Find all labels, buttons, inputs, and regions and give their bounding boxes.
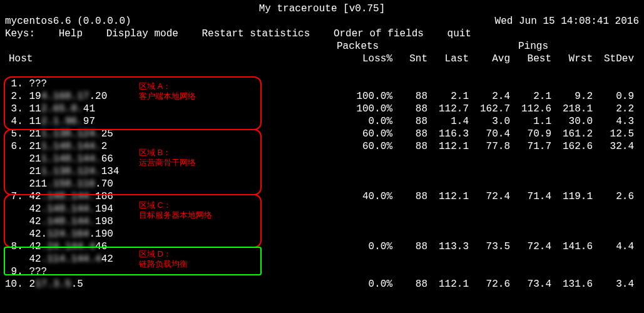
hop-cell: 211.148.144.66: [5, 153, 130, 165]
hop-row: 9. ???: [5, 265, 639, 278]
cell-stdev: 4.4: [593, 240, 634, 253]
cell-best: 112.6: [510, 103, 551, 115]
cell-loss: 100.0%: [349, 103, 392, 115]
menu-restart[interactable]: Restart statistics: [202, 28, 310, 39]
cell-loss: 60.0%: [349, 128, 392, 140]
cell-loss: 60.0%: [349, 140, 392, 153]
cell-best: 72.4: [510, 240, 551, 253]
cell-best: 71.4: [510, 190, 551, 203]
cell-loss: 0.0%: [349, 278, 392, 290]
cell-wrst: 218.1: [551, 103, 593, 115]
cell-snt: 88: [392, 240, 427, 253]
menu-help[interactable]: Help: [59, 28, 83, 39]
col-last: Last: [427, 53, 469, 65]
stats-cells: 100.0%88112.7162.7112.6218.12.2: [349, 103, 634, 115]
cell-snt: 88: [392, 128, 427, 140]
hop-row: 42.148.144.194: [5, 203, 639, 215]
cell-best: 71.7: [510, 140, 551, 153]
stats-cells: 100.0%882.12.42.19.20.9: [349, 90, 634, 103]
hop-cell: 2. 194.168.17.20: [5, 90, 130, 103]
ip-masked: 1.148.144.: [41, 153, 101, 165]
cell-last: 116.3: [427, 128, 469, 140]
cell-last: 112.1: [427, 140, 469, 153]
cell-loss: 100.0%: [349, 90, 392, 103]
cell-avg: 3.0: [469, 115, 510, 128]
ip-masked: .24.144.4: [41, 241, 95, 252]
menu-order[interactable]: Order of fields: [334, 28, 424, 39]
hop-cell: 42.114.144.442: [5, 253, 130, 265]
hop-cell: 1. ???: [5, 78, 130, 90]
hop-row: 42.140.144.198: [5, 215, 639, 228]
ip-masked: 1.138.124.: [41, 128, 101, 140]
stats-cells: 0.0%88112.172.673.4131.63.4: [349, 278, 634, 290]
hop-cell: 9. ???: [5, 265, 130, 278]
hop-row: 6. 211.148.144.260.0%88112.177.871.7162.…: [5, 140, 639, 153]
stats-cells: 60.0%88116.370.470.9161.212.5: [349, 128, 634, 140]
stats-cells: 0.0%881.43.01.130.04.3: [349, 115, 634, 128]
cell-loss: 0.0%: [349, 115, 392, 128]
hop-row: 3. 112.65.0.41100.0%88112.7162.7112.6218…: [5, 103, 639, 115]
hop-cell: 8. 42.24.144.446: [5, 240, 130, 253]
host-line: mycentos6.6 (0.0.0.0) Wed Jun 15 14:08:4…: [5, 15, 639, 28]
ip-masked: .158.116: [47, 178, 95, 190]
hop-cell: 42.140.144.198: [5, 215, 130, 228]
data-rows: 1. ??? 2. 194.168.17.20100.0%882.12.42.1…: [5, 78, 639, 290]
hop-row: 42.114.144.442: [5, 253, 639, 265]
cell-best: 73.4: [510, 278, 551, 290]
hop-row: 8. 42.24.144.4460.0%88113.373.572.4141.6…: [5, 240, 639, 253]
cell-snt: 88: [392, 140, 427, 153]
stats-cells: 60.0%88112.177.871.7162.632.4: [349, 140, 634, 153]
cell-wrst: 162.6: [551, 140, 593, 153]
cell-stdev: 0.9: [593, 90, 634, 103]
cell-avg: 70.4: [469, 128, 510, 140]
cell-stdev: 2.6: [593, 190, 634, 203]
cell-wrst: 141.6: [551, 240, 593, 253]
ip-masked: .148.144.: [41, 203, 95, 215]
cell-last: 112.7: [427, 103, 469, 115]
cell-snt: 88: [392, 103, 427, 115]
menu-keys: Keys:: [5, 28, 35, 39]
cell-avg: 2.4: [469, 90, 510, 103]
packets-header: Packets: [337, 40, 379, 53]
hop-row: 7. 42.148.144.18640.0%88112.172.471.4119…: [5, 190, 639, 203]
cell-snt: 88: [392, 190, 427, 203]
cell-avg: 72.4: [469, 190, 510, 203]
ip-masked: 1.138.124.: [41, 166, 101, 177]
cell-stdev: 12.5: [593, 128, 634, 140]
cell-avg: 72.6: [469, 278, 510, 290]
cell-best: 1.1: [510, 115, 551, 128]
col-stdev: StDev: [593, 53, 634, 65]
column-header: Host Loss% Snt Last Avg Best Wrst StDev: [5, 53, 639, 65]
ip-masked: .114.144.4: [41, 254, 101, 265]
cell-stdev: 32.4: [593, 140, 634, 153]
stats-cells: 40.0%88112.172.471.4119.12.6: [349, 190, 634, 203]
hop-cell: 10. 217.3.5.5: [5, 278, 130, 290]
hop-cell: 211.138.124.134: [5, 165, 130, 178]
hop-cell: 6. 211.148.144.2: [5, 140, 130, 153]
cell-wrst: 9.2: [551, 90, 593, 103]
hop-cell: 7. 42.148.144.186: [5, 190, 130, 203]
cell-snt: 88: [392, 115, 427, 128]
cell-stdev: 4.3: [593, 115, 634, 128]
col-wrst: Wrst: [551, 53, 593, 65]
cell-last: 1.4: [427, 115, 469, 128]
cell-snt: 88: [392, 278, 427, 290]
cell-last: 113.3: [427, 240, 469, 253]
col-loss: Loss%: [351, 53, 392, 65]
timestamp: Wed Jun 15 14:08:41 2016: [495, 15, 639, 28]
menu-quit[interactable]: quit: [447, 28, 471, 39]
cell-loss: 0.0%: [349, 240, 392, 253]
cell-avg: 77.8: [469, 140, 510, 153]
hop-row: 211.158.116.70: [5, 178, 639, 190]
menu-display-mode[interactable]: Display mode: [106, 28, 178, 39]
cell-avg: 162.7: [469, 103, 510, 115]
hop-row: 211.148.144.66: [5, 153, 639, 165]
hop-row: 10. 217.3.5.50.0%88112.172.673.4131.63.4: [5, 278, 639, 290]
menu-bar: Keys: Help Display mode Restart statisti…: [5, 28, 639, 40]
cell-wrst: 131.6: [551, 278, 593, 290]
hop-row: 1. ???: [5, 78, 639, 90]
hop-cell: 211.158.116.70: [5, 178, 130, 190]
cell-avg: 73.5: [469, 240, 510, 253]
hop-cell: 4. 112.1.96.97: [5, 115, 130, 128]
hop-cell: 42.148.144.194: [5, 203, 130, 215]
